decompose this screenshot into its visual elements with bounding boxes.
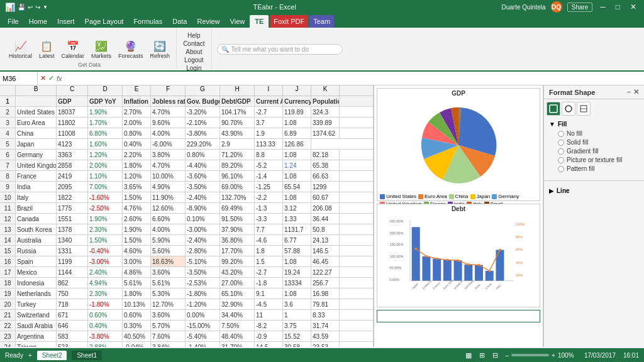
table-cell[interactable]: 69.00% — [220, 182, 255, 192]
table-cell[interactable]: -2.50% — [88, 203, 123, 213]
table-cell[interactable]: 0.60% — [88, 310, 123, 320]
table-cell[interactable]: 1 — [283, 310, 311, 320]
table-cell[interactable]: 57.88 — [283, 246, 311, 256]
table-cell[interactable]: 1822 — [57, 192, 88, 202]
row-number[interactable]: 13 — [0, 224, 16, 234]
undo-icon[interactable]: ↩ — [28, 4, 33, 11]
table-cell[interactable]: 119.89 — [283, 107, 311, 117]
table-cell[interactable]: 4.70% — [151, 160, 186, 170]
table-cell[interactable]: 99.20% — [220, 256, 255, 266]
table-cell[interactable]: France — [16, 171, 57, 181]
tab-foxit[interactable]: Foxit PDF — [270, 15, 308, 28]
table-cell[interactable]: -8.90% — [186, 203, 220, 213]
table-cell[interactable]: 1.50% — [123, 235, 151, 245]
table-cell[interactable]: 82.18 — [311, 150, 340, 160]
header-cell[interactable]: GDP — [57, 96, 88, 106]
table-cell[interactable]: 1.90% — [123, 224, 151, 234]
table-cell[interactable]: 206.08 — [311, 203, 340, 213]
table-cell[interactable]: Mexico — [16, 267, 57, 277]
header-cell[interactable] — [16, 96, 57, 106]
table-cell[interactable]: -0.9 — [255, 331, 283, 341]
fill-radio-none[interactable] — [558, 131, 564, 137]
close-button[interactable]: ✕ — [628, 3, 639, 11]
table-cell[interactable]: 3.80% — [151, 150, 186, 160]
table-cell[interactable]: China — [16, 128, 57, 138]
table-cell[interactable]: 6.60% — [151, 214, 186, 224]
table-cell[interactable]: -8.2 — [255, 321, 283, 331]
table-cell[interactable]: 2.60% — [123, 214, 151, 224]
table-cell[interactable]: 15.52 — [283, 331, 311, 341]
fill-radio-picture[interactable] — [558, 157, 564, 163]
table-cell[interactable]: 3363 — [57, 150, 88, 160]
table-cell[interactable]: -4.6 — [255, 235, 283, 245]
table-cell[interactable]: 18.63% — [151, 256, 186, 266]
table-cell[interactable]: 1.08 — [283, 150, 311, 160]
table-cell[interactable]: 1.10% — [88, 171, 123, 181]
table-cell[interactable]: 13334 — [283, 278, 311, 288]
fs-tab-size[interactable] — [577, 102, 591, 116]
table-cell[interactable]: -3.60% — [186, 171, 220, 181]
table-cell[interactable]: 48.40% — [220, 331, 255, 341]
table-cell[interactable]: 3.75 — [283, 321, 311, 331]
fill-radio-solid[interactable] — [558, 140, 564, 146]
table-cell[interactable]: 96.10% — [220, 171, 255, 181]
minimize-button[interactable]: ─ — [597, 3, 608, 11]
table-cell[interactable]: -1.4 — [255, 171, 283, 181]
row-number[interactable]: 22 — [0, 321, 16, 331]
help-button[interactable]: Help — [185, 31, 203, 40]
format-shape-collapse[interactable]: – — [627, 88, 631, 96]
row-number[interactable]: 7 — [0, 160, 16, 170]
user-avatar[interactable]: DQ — [551, 1, 562, 13]
table-cell[interactable]: 1.50% — [123, 192, 151, 202]
table-cell[interactable]: 1.90% — [88, 107, 123, 117]
table-cell[interactable]: 6.77 — [283, 235, 311, 245]
table-cell[interactable]: Canada — [16, 214, 57, 224]
table-cell[interactable]: -3.80% — [186, 128, 220, 138]
row-number[interactable]: 12 — [0, 214, 16, 224]
row-number[interactable]: 8 — [0, 171, 16, 181]
table-cell[interactable]: 1.80% — [123, 288, 151, 299]
table-cell[interactable]: 65.10% — [220, 288, 255, 299]
zoom-minus-button[interactable]: – — [506, 352, 509, 359]
row-number[interactable]: 19 — [0, 288, 16, 299]
row-number[interactable]: 2 — [0, 107, 16, 117]
zoom-control[interactable]: – + 100% — [506, 352, 577, 359]
about-button[interactable]: About — [183, 48, 204, 56]
table-cell[interactable]: -1.80% — [88, 299, 123, 309]
table-cell[interactable]: -3.20% — [186, 107, 220, 117]
table-cell[interactable]: Switzerland — [16, 310, 57, 320]
table-cell[interactable]: 1.70% — [88, 118, 123, 128]
table-cell[interactable]: 2419 — [57, 171, 88, 181]
col-e-header[interactable]: E — [123, 85, 151, 96]
table-cell[interactable]: 2.00% — [88, 160, 123, 170]
calendar-button[interactable]: 📅 Calendar — [59, 39, 87, 60]
table-cell[interactable]: 8.8 — [255, 150, 283, 160]
table-cell[interactable]: 1.20% — [123, 171, 151, 181]
table-cell[interactable]: -3.50% — [186, 267, 220, 277]
table-cell[interactable]: 14.5 — [255, 342, 283, 347]
table-cell[interactable]: 3.65% — [123, 182, 151, 192]
table-cell[interactable]: 50.8 — [311, 224, 340, 234]
table-cell[interactable]: 1340 — [57, 235, 88, 245]
table-cell[interactable]: -5.10% — [186, 256, 220, 266]
tab-file[interactable]: File — [3, 15, 24, 28]
table-cell[interactable]: 1.80% — [123, 160, 151, 170]
table-cell[interactable]: 1131.7 — [283, 224, 311, 234]
table-cell[interactable]: 90.70% — [220, 118, 255, 128]
table-cell[interactable]: -1.20% — [186, 299, 220, 309]
table-cell[interactable]: 91.50% — [220, 214, 255, 224]
zoom-slider[interactable] — [511, 354, 549, 356]
table-cell[interactable]: -1.80% — [186, 288, 220, 299]
row-header[interactable]: 1 — [0, 96, 16, 106]
table-cell[interactable]: 65.54 — [283, 182, 311, 192]
row-number[interactable]: 14 — [0, 235, 16, 245]
table-cell[interactable]: 16.98 — [311, 288, 340, 299]
row-number[interactable]: 17 — [0, 267, 16, 277]
tab-home[interactable]: Home — [24, 15, 52, 28]
table-cell[interactable]: -5.40% — [186, 331, 220, 341]
table-cell[interactable]: 0.40% — [88, 321, 123, 331]
table-cell[interactable]: 1775 — [57, 203, 88, 213]
table-cell[interactable]: 1.8 — [255, 246, 283, 256]
table-cell[interactable]: -3.00% — [88, 256, 123, 266]
tab-review[interactable]: Review — [192, 15, 225, 28]
